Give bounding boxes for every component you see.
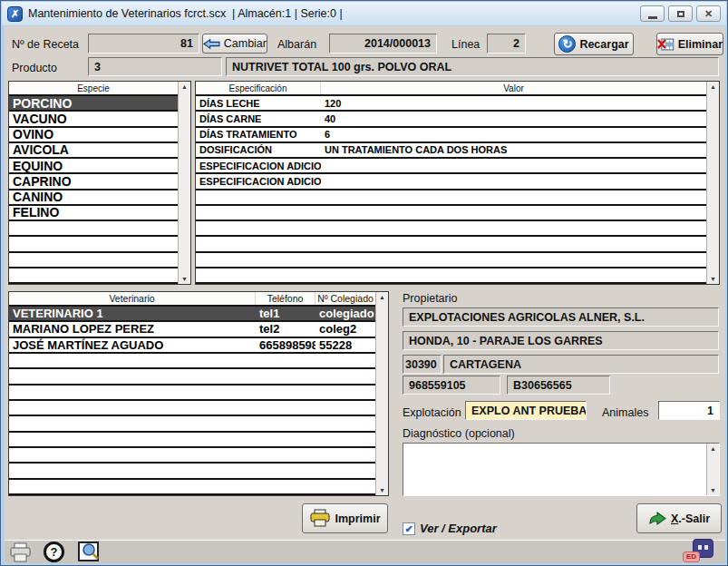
- linea-label: Línea: [451, 38, 480, 51]
- especificacion-row-empty: [196, 221, 706, 237]
- cambiar-label: Cambiar: [224, 37, 267, 50]
- propietario-direccion-field: HONDA, 10 - PARAJE LOS GARRES: [403, 331, 719, 350]
- valor-header: Valor: [321, 82, 706, 94]
- especificacion-row-empty: [196, 268, 706, 284]
- especificacion-row-empty: [196, 253, 706, 268]
- especie-row[interactable]: PORCINO: [9, 96, 178, 112]
- veterinario-row[interactable]: MARIANO LOPEZ PEREZtel2coleg2: [9, 322, 375, 337]
- restore-button[interactable]: [668, 5, 693, 22]
- propietario-cp-field: 30390: [403, 355, 442, 374]
- print-toolbar-button[interactable]: [8, 542, 34, 566]
- especificacion-row-empty: [196, 237, 706, 252]
- exit-arrow-icon: [648, 512, 667, 525]
- veterinario-table: Veterinario Teléfono Nº Colegiado VETERI…: [8, 291, 389, 496]
- especie-scrollbar[interactable]: ▲ ▼: [178, 82, 190, 284]
- salir-button[interactable]: X.-Salir: [636, 503, 722, 533]
- producto-code-field: 3: [88, 57, 222, 76]
- scroll-up-icon[interactable]: ▲: [379, 294, 385, 300]
- propietario-label: Propietario: [403, 292, 457, 305]
- ver-exportar-checkbox[interactable]: ✔: [403, 522, 415, 535]
- receta-label: Nº de Receta: [12, 38, 79, 51]
- propietario-ciudad-field: CARTAGENA: [443, 355, 719, 374]
- minimize-icon: [648, 16, 657, 19]
- close-icon: ✕: [704, 9, 713, 19]
- printer-gray-icon: [8, 542, 34, 562]
- propietario-telefono-field: 968559105: [403, 376, 500, 395]
- explotacion-input[interactable]: EXPLO ANT PRUEBA: [465, 401, 587, 420]
- especificacion-table: Especificación Valor DÍAS LECHE120 DÍAS …: [195, 81, 720, 285]
- refresh-icon: ↻: [558, 35, 576, 53]
- especificacion-row[interactable]: DÍAS TRATAMIENTO6: [196, 128, 706, 143]
- especie-row[interactable]: FELINO: [9, 206, 178, 221]
- veterinario-row-empty: [9, 385, 375, 401]
- veterinario-row[interactable]: JOSÉ MARTÍNEZ AGUADO66589859855228: [9, 338, 375, 354]
- especie-row[interactable]: CANINO: [9, 190, 178, 206]
- especie-row-empty: [9, 253, 178, 268]
- bottom-toolbar: [5, 540, 725, 563]
- scroll-up-icon[interactable]: ▲: [710, 445, 716, 452]
- restore-icon: [677, 11, 684, 17]
- close-button[interactable]: ✕: [696, 5, 721, 22]
- ed-badge: ED: [683, 551, 700, 562]
- veterinario-row-empty: [9, 464, 375, 479]
- especificacion-row[interactable]: DÍAS CARNE40: [196, 112, 706, 127]
- eliminar-label: Eliminar: [678, 38, 723, 51]
- especificacion-row[interactable]: DÍAS LECHE120: [196, 96, 706, 112]
- recargar-label: Recargar: [579, 38, 628, 51]
- scroll-down-icon[interactable]: ▼: [379, 487, 385, 493]
- linea-field: 2: [487, 34, 526, 54]
- scroll-up-icon[interactable]: ▲: [181, 83, 188, 90]
- veterinario-row-empty: [9, 433, 375, 448]
- especificacion-row[interactable]: ESPECIFICACION ADICIONAL: [196, 174, 706, 190]
- veterinario-scrollbar[interactable]: ▲ ▼: [375, 292, 388, 495]
- explotacion-label: Explotación: [403, 406, 461, 419]
- veterinario-row-empty: [9, 480, 375, 495]
- cambiar-button[interactable]: Cambiar: [202, 34, 267, 54]
- ver-exportar-label: Ver / Exportar: [420, 522, 497, 535]
- help-button[interactable]: ?: [44, 542, 64, 562]
- especificacion-row[interactable]: DOSIFICACIÓNUN TRATAMIENTO CADA DOS HORA…: [196, 143, 706, 159]
- telefono-header: Teléfono: [256, 292, 315, 305]
- delete-grid-icon: [657, 37, 675, 52]
- albaran-label: Albarán: [277, 38, 316, 51]
- receta-field: 81: [88, 34, 199, 54]
- diagnostico-scrollbar[interactable]: ▲ ▼: [706, 444, 719, 495]
- recargar-button[interactable]: ↻ Recargar: [554, 33, 634, 55]
- salir-label-rest: .-Salir: [678, 512, 710, 525]
- check-icon: ✔: [404, 523, 413, 535]
- especie-header: Especie: [9, 82, 178, 94]
- especie-table: Especie PORCINO VACUNO OVINO AVICOLA EQU…: [8, 81, 191, 285]
- especie-row[interactable]: CAPRINO: [9, 174, 178, 190]
- app-window: ✗ Mantenimiento de Veterinarios fcrct.sc…: [0, 0, 728, 566]
- especificacion-row-empty: [196, 190, 706, 206]
- diagnostico-textarea[interactable]: ▲ ▼: [403, 443, 720, 496]
- window-title: Mantenimiento de Veterinarios fcrct.scx …: [28, 7, 343, 20]
- especificacion-header: Especificación: [196, 82, 321, 94]
- titlebar: ✗ Mantenimiento de Veterinarios fcrct.sc…: [2, 2, 726, 25]
- especie-row-empty: [9, 237, 178, 252]
- especie-row[interactable]: VACUNO: [9, 112, 178, 127]
- veterinario-row-empty: [9, 416, 375, 432]
- animales-input[interactable]: 1: [658, 401, 720, 420]
- scroll-down-icon[interactable]: ▼: [710, 276, 716, 282]
- animales-label: Animales: [602, 406, 648, 419]
- scroll-up-icon[interactable]: ▲: [710, 83, 716, 90]
- imprimir-button[interactable]: Imprimir: [302, 503, 388, 533]
- especie-row[interactable]: OVINO: [9, 128, 178, 143]
- veterinario-row[interactable]: VETERINARIO 1tel1colegiado 1: [9, 307, 375, 322]
- preview-button[interactable]: [77, 541, 102, 566]
- diagnostico-label: Diagnóstico (opcional): [403, 427, 515, 440]
- veterinario-row-empty: [9, 448, 375, 464]
- eliminar-button[interactable]: Eliminar: [656, 33, 723, 55]
- especificacion-scrollbar[interactable]: ▲ ▼: [706, 82, 719, 284]
- diagnostico-text: [403, 444, 706, 495]
- especificacion-row[interactable]: ESPECIFICACION ADICIONAL: [196, 159, 706, 174]
- especie-row[interactable]: AVICOLA: [9, 143, 178, 159]
- veterinario-header: Veterinario: [9, 292, 256, 305]
- minimize-button[interactable]: [640, 5, 665, 22]
- especie-row[interactable]: EQUINO: [9, 159, 178, 174]
- imprimir-label: Imprimir: [335, 512, 380, 525]
- scroll-down-icon[interactable]: ▼: [181, 276, 188, 282]
- scroll-down-icon[interactable]: ▼: [710, 487, 716, 493]
- app-icon: ✗: [7, 6, 23, 22]
